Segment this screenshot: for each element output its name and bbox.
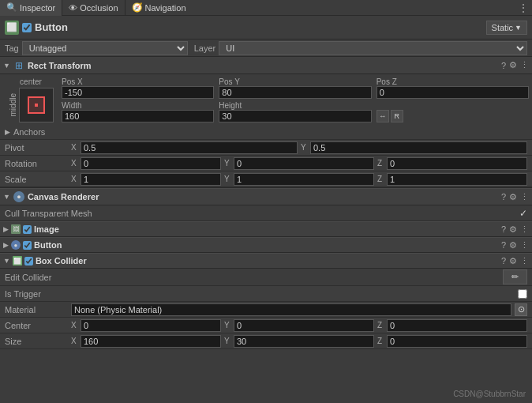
button-menu[interactable]: ⋮ (520, 240, 529, 250)
pos-z-input[interactable] (377, 86, 529, 99)
canvas-renderer-help[interactable]: ? (501, 192, 506, 202)
collider-size-row: Size X Y Z (0, 333, 532, 349)
canvas-renderer-icon: ● (13, 191, 24, 202)
object-active-checkbox[interactable] (22, 23, 32, 32)
stretch-h-button[interactable]: ↔ (377, 110, 389, 122)
button-comp-header[interactable]: ▶ ● Button ? ⚙ ⋮ (0, 237, 532, 253)
button-help[interactable]: ? (501, 240, 506, 250)
occlusion-icon: 👁 (69, 3, 77, 13)
navigation-icon: 🧭 (132, 2, 143, 13)
rect-transform-arrow: ▼ (3, 62, 10, 70)
cull-check-mark: ✓ (519, 208, 527, 219)
box-collider-settings[interactable]: ⚙ (509, 256, 517, 266)
tab-occlusion[interactable]: 👁 Occlusion (62, 0, 125, 16)
edit-collider-button[interactable]: ✏ (503, 269, 527, 284)
image-comp-header[interactable]: ▶ 🖼 Image ? ⚙ ⋮ (0, 221, 532, 237)
button-settings[interactable]: ⚙ (509, 240, 517, 250)
height-group: Height (219, 101, 371, 123)
anchors-row[interactable]: ▶ Anchors (0, 124, 532, 140)
scale-x-input[interactable] (81, 173, 221, 186)
rotation-row: Rotation X Y Z (0, 156, 532, 171)
height-label: Height (219, 101, 371, 110)
pivot-y-input[interactable] (310, 141, 527, 154)
scale-y-label: Y (224, 175, 230, 183)
rotation-z-input[interactable] (387, 157, 527, 170)
layer-dropdown[interactable]: UI (219, 41, 527, 55)
rect-transform-settings[interactable]: ⚙ (509, 60, 517, 70)
pivot-label: Pivot (5, 143, 68, 153)
image-help[interactable]: ? (501, 224, 506, 234)
is-trigger-checkbox[interactable] (518, 289, 527, 299)
scale-z-input[interactable] (387, 173, 527, 186)
height-input[interactable] (219, 110, 371, 122)
canvas-renderer-header[interactable]: ▼ ● Canvas Renderer ? ⚙ ⋮ (0, 188, 532, 205)
pivot-x-input[interactable] (81, 141, 298, 154)
tag-dropdown[interactable]: Untagged (22, 41, 188, 55)
rect-transform-header[interactable]: ▼ ⊞ Rect Transform ? ⚙ ⋮ (0, 57, 532, 74)
size-x-input[interactable] (81, 335, 221, 348)
button-comp-checkbox[interactable] (23, 241, 32, 250)
button-comp-circle: ● (11, 240, 21, 250)
pos-y-group: Pos Y (219, 77, 371, 100)
rotation-y-input[interactable] (234, 157, 374, 170)
pivot-row: Pivot X Y (0, 140, 532, 156)
object-cube-icon: ⬜ (5, 21, 19, 35)
center-y-input[interactable] (234, 319, 374, 332)
canvas-renderer-arrow: ▼ (3, 193, 10, 201)
rotation-x-input[interactable] (81, 157, 221, 170)
pos-y-label: Pos Y (219, 77, 371, 86)
image-comp-title: Image (34, 224, 499, 234)
rect-transform-icon: ⊞ (13, 60, 24, 71)
canvas-renderer-menu[interactable]: ⋮ (520, 192, 529, 202)
rotation-label: Rotation (5, 159, 68, 168)
pos-y-input[interactable] (219, 86, 371, 99)
anchor-widget[interactable] (19, 88, 54, 122)
edit-collider-row: Edit Collider ✏ (0, 269, 532, 286)
tag-label: Tag (5, 43, 19, 53)
tab-bar: 🔍 Inspector 👁 Occlusion 🧭 Navigation ⋮ (0, 0, 532, 16)
stretch-buttons: ↔ R (377, 101, 529, 123)
center-z-input[interactable] (387, 319, 527, 332)
size-y-input[interactable] (234, 335, 374, 348)
pos-x-input[interactable] (62, 86, 214, 99)
rotation-x-label: X (71, 159, 77, 168)
tab-occlusion-label: Occlusion (80, 3, 118, 13)
image-menu[interactable]: ⋮ (520, 224, 529, 235)
pos-z-label: Pos Z (377, 77, 529, 86)
size-z-input[interactable] (387, 335, 527, 348)
box-collider-help[interactable]: ? (501, 256, 506, 266)
static-button[interactable]: Static ▼ (486, 21, 527, 35)
box-collider-menu[interactable]: ⋮ (520, 256, 529, 266)
image-settings[interactable]: ⚙ (509, 224, 517, 235)
material-input[interactable] (71, 303, 511, 316)
pos-x-label: Pos X (62, 77, 214, 86)
cull-mesh-row: Cull Transparent Mesh ✓ (0, 205, 532, 221)
box-collider-checkbox[interactable] (24, 257, 33, 266)
material-row: Material ⊙ (0, 302, 532, 318)
center-y-label: Y (224, 321, 230, 330)
tab-inspector[interactable]: 🔍 Inspector (0, 0, 62, 16)
tab-navigation[interactable]: 🧭 Navigation (126, 0, 193, 16)
material-pick-button[interactable]: ⊙ (515, 303, 527, 316)
kebab-menu-icon[interactable]: ⋮ (518, 2, 529, 14)
center-x-input[interactable] (81, 319, 221, 332)
stretch-v-button[interactable]: R (391, 110, 403, 122)
box-collider-header[interactable]: ▼ ⬜ Box Collider ? ⚙ ⋮ (0, 253, 532, 269)
tag-layer-row: Tag Untagged Layer UI (0, 40, 532, 57)
edit-collider-pen-icon: ✏ (511, 272, 519, 282)
object-header: ⬜ Button Static ▼ (0, 16, 532, 40)
width-input[interactable] (62, 110, 214, 122)
center-x-label: X (71, 321, 77, 330)
pos-z-group: Pos Z (377, 77, 529, 100)
button-arrow: ▶ (3, 241, 9, 249)
box-collider-icon: ⬜ (13, 256, 22, 266)
scale-y-input[interactable] (234, 173, 374, 186)
scale-row: Scale X Y Z (0, 171, 532, 187)
rect-transform-menu[interactable]: ⋮ (520, 60, 529, 70)
canvas-renderer-settings[interactable]: ⚙ (509, 192, 517, 202)
image-comp-checkbox[interactable] (23, 225, 32, 234)
button-comp-title: Button (34, 240, 499, 250)
rect-transform-help[interactable]: ? (501, 61, 506, 70)
collider-size-label: Size (5, 337, 68, 346)
pivot-y-label: Y (301, 143, 307, 152)
